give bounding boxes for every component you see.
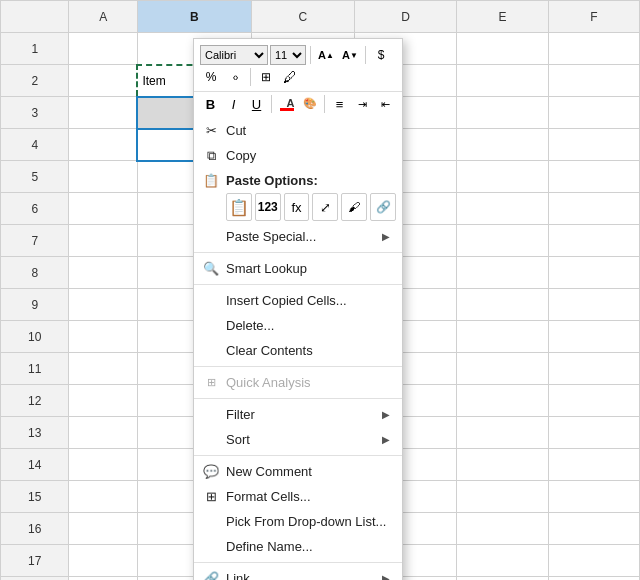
cell-e5[interactable] bbox=[457, 161, 548, 193]
bold-button[interactable]: B bbox=[200, 94, 221, 114]
row-header-12[interactable]: 12 bbox=[1, 385, 69, 417]
copy-icon: ⧉ bbox=[202, 148, 220, 164]
separator-4 bbox=[194, 398, 402, 399]
col-header-f[interactable]: F bbox=[548, 1, 639, 33]
row-header-4[interactable]: 4 bbox=[1, 129, 69, 161]
cut-menu-item[interactable]: ✂ Cut bbox=[194, 118, 402, 143]
cell-e3[interactable] bbox=[457, 97, 548, 129]
cell-a2[interactable] bbox=[69, 65, 137, 97]
cell-e1[interactable] bbox=[457, 33, 548, 65]
row-header-6[interactable]: 6 bbox=[1, 193, 69, 225]
delete-menu-item[interactable]: Delete... bbox=[194, 313, 402, 338]
copy-menu-item[interactable]: ⧉ Copy bbox=[194, 143, 402, 168]
comment-icon: 💬 bbox=[202, 464, 220, 479]
cell-b2-text: Item bbox=[142, 74, 165, 88]
insert-copied-menu-item[interactable]: Insert Copied Cells... bbox=[194, 288, 402, 313]
comma-button[interactable]: ‹› bbox=[224, 67, 246, 87]
cell-f5[interactable] bbox=[548, 161, 639, 193]
italic-button[interactable]: I bbox=[223, 94, 244, 114]
cell-a1[interactable] bbox=[69, 33, 137, 65]
row-header-17[interactable]: 17 bbox=[1, 545, 69, 577]
paste-special-arrow: ▶ bbox=[382, 231, 390, 242]
pick-dropdown-menu-item[interactable]: Pick From Drop-down List... bbox=[194, 509, 402, 534]
cut-icon: ✂ bbox=[202, 123, 220, 138]
paste-special-menu-item[interactable]: Paste Special... ▶ bbox=[194, 224, 402, 249]
define-name-menu-item[interactable]: Define Name... bbox=[194, 534, 402, 559]
corner-header bbox=[1, 1, 69, 33]
cell-e4[interactable] bbox=[457, 129, 548, 161]
cell-a3[interactable] bbox=[69, 97, 137, 129]
paste-default-button[interactable]: 📋 bbox=[226, 193, 252, 221]
context-menu: Calibri 11 A▲ A▼ $ % ‹› ⊞ 🖊 B I U A bbox=[193, 38, 403, 580]
paste-values-button[interactable]: 123 bbox=[255, 193, 281, 221]
row-header-14[interactable]: 14 bbox=[1, 449, 69, 481]
format-toolbar-row2: B I U A 🎨 ≡ ⇥ ⇤ bbox=[194, 92, 402, 118]
row-header-5[interactable]: 5 bbox=[1, 161, 69, 193]
underline-button[interactable]: U bbox=[246, 94, 267, 114]
row-header-15[interactable]: 15 bbox=[1, 481, 69, 513]
spreadsheet: A B C D E F 1 2 Item bbox=[0, 0, 640, 580]
new-comment-menu-item[interactable]: 💬 New Comment bbox=[194, 459, 402, 484]
row-header-16[interactable]: 16 bbox=[1, 513, 69, 545]
sort-arrow: ▶ bbox=[382, 434, 390, 445]
cell-a4[interactable] bbox=[69, 129, 137, 161]
sort-menu-item[interactable]: Sort ▶ bbox=[194, 427, 402, 452]
col-header-c[interactable]: C bbox=[252, 1, 355, 33]
align-button[interactable]: ≡ bbox=[329, 94, 350, 114]
row-header-1[interactable]: 1 bbox=[1, 33, 69, 65]
highlight-color-button[interactable]: A bbox=[276, 94, 297, 114]
format-more-button[interactable]: 🖊 bbox=[279, 67, 301, 87]
format-cells-icon: ⊞ bbox=[202, 489, 220, 504]
paste-icon-label: 📋 bbox=[202, 173, 220, 188]
quick-analysis-icon: ⊞ bbox=[202, 376, 220, 389]
row-header-7[interactable]: 7 bbox=[1, 225, 69, 257]
row-header-8[interactable]: 8 bbox=[1, 257, 69, 289]
toolbar-separator-1 bbox=[310, 46, 311, 64]
row-header-13[interactable]: 13 bbox=[1, 417, 69, 449]
cell-e2[interactable] bbox=[457, 65, 548, 97]
paste-options-row: 📋 123 fx ⤢ 🖌 🔗 bbox=[194, 190, 402, 224]
col-header-d[interactable]: D bbox=[354, 1, 457, 33]
indent-button[interactable]: ⇥ bbox=[352, 94, 373, 114]
toolbar-separator-3 bbox=[250, 68, 251, 86]
quick-analysis-menu-item: ⊞ Quick Analysis bbox=[194, 370, 402, 395]
border-button[interactable]: ⊞ bbox=[255, 67, 277, 87]
paste-formula-button[interactable]: fx bbox=[284, 193, 310, 221]
col-header-b[interactable]: B bbox=[137, 1, 251, 33]
separator-5 bbox=[194, 455, 402, 456]
clear-contents-menu-item[interactable]: Clear Contents bbox=[194, 338, 402, 363]
paste-transpose-button[interactable]: ⤢ bbox=[312, 193, 338, 221]
cell-a5[interactable] bbox=[69, 161, 137, 193]
fill-color-button[interactable]: 🎨 bbox=[299, 94, 320, 114]
row-header-2[interactable]: 2 bbox=[1, 65, 69, 97]
separator-6 bbox=[194, 562, 402, 563]
cell-f3[interactable] bbox=[548, 97, 639, 129]
col-header-a[interactable]: A bbox=[69, 1, 137, 33]
paste-link-button[interactable]: 🔗 bbox=[370, 193, 396, 221]
toolbar-separator-4 bbox=[271, 95, 272, 113]
row-header-3[interactable]: 3 bbox=[1, 97, 69, 129]
decrease-indent-button[interactable]: ⇤ bbox=[375, 94, 396, 114]
font-name-select[interactable]: Calibri bbox=[200, 45, 268, 65]
row-header-18[interactable]: 18 bbox=[1, 577, 69, 581]
cell-f1[interactable] bbox=[548, 33, 639, 65]
link-menu-item[interactable]: 🔗 Link ▶ bbox=[194, 566, 402, 580]
currency-button[interactable]: $ bbox=[370, 45, 392, 65]
percent-button[interactable]: % bbox=[200, 67, 222, 87]
cell-f2[interactable] bbox=[548, 65, 639, 97]
smart-lookup-menu-item[interactable]: 🔍 Smart Lookup bbox=[194, 256, 402, 281]
toolbar-separator-5 bbox=[324, 95, 325, 113]
increase-font-button[interactable]: A▲ bbox=[315, 45, 337, 65]
paste-formatting-button[interactable]: 🖌 bbox=[341, 193, 367, 221]
cell-f4[interactable] bbox=[548, 129, 639, 161]
format-cells-menu-item[interactable]: ⊞ Format Cells... bbox=[194, 484, 402, 509]
paste-options-label-item: 📋 Paste Options: bbox=[194, 168, 402, 190]
toolbar-separator-2 bbox=[365, 46, 366, 64]
row-header-11[interactable]: 11 bbox=[1, 353, 69, 385]
row-header-9[interactable]: 9 bbox=[1, 289, 69, 321]
col-header-e[interactable]: E bbox=[457, 1, 548, 33]
font-size-select[interactable]: 11 bbox=[270, 45, 306, 65]
row-header-10[interactable]: 10 bbox=[1, 321, 69, 353]
decrease-font-button[interactable]: A▼ bbox=[339, 45, 361, 65]
filter-menu-item[interactable]: Filter ▶ bbox=[194, 402, 402, 427]
